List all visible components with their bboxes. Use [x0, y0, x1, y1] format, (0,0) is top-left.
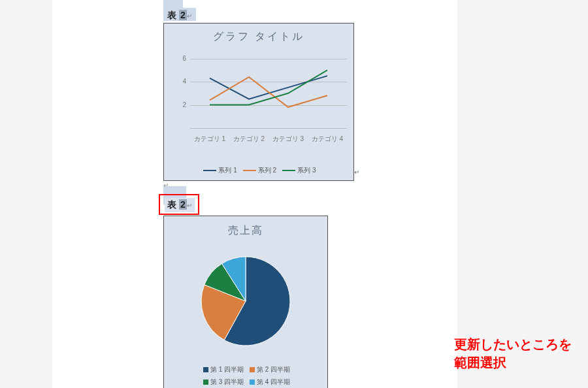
x-tick-label: カテゴリ 3	[269, 135, 308, 144]
pie-legend: 第 1 四半期第 2 四半期第 3 四半期第 4 四半期	[164, 363, 327, 388]
legend-item: 第 2 四半期	[248, 363, 290, 376]
paragraph-mark-icon: ↵	[354, 169, 359, 176]
caption-2[interactable]: 表 2↵	[165, 198, 195, 212]
selection-region	[163, 0, 183, 8]
caption-prefix: 表	[167, 199, 176, 210]
pie-chart[interactable]: 売上高 第 1 四半期第 2 四半期第 3 四半期第 4 四半期	[163, 216, 328, 388]
caption-field-number: 2	[179, 10, 187, 20]
legend-item: 第 3 四半期	[201, 376, 244, 388]
legend-item: 系列 2	[241, 166, 276, 175]
caption-1[interactable]: 表 2↵	[165, 8, 195, 23]
document-page: 表 2↵ グラフ タイトル 246 カテゴリ 1カテゴリ 2カテゴリ 3カテゴリ…	[52, 0, 457, 388]
legend-item: 系列 3	[280, 166, 316, 175]
caption-field-number: 2	[179, 199, 187, 210]
annotation-note: 更新したいところを 範囲選択	[454, 335, 572, 372]
x-tick-label: カテゴリ 2	[229, 135, 269, 144]
note-line-1: 更新したいところを	[454, 337, 572, 351]
x-tick-label: カテゴリ 4	[308, 135, 347, 144]
legend-item: 系列 1	[201, 166, 237, 175]
paragraph-mark-icon: ↵	[163, 182, 169, 189]
note-line-2: 範囲選択	[454, 355, 506, 370]
line-chart[interactable]: グラフ タイトル 246 カテゴリ 1カテゴリ 2カテゴリ 3カテゴリ 4 系列…	[163, 23, 354, 181]
legend-item: 第 1 四半期	[201, 363, 244, 376]
legend-item: 第 4 四半期	[248, 376, 290, 388]
x-tick-label: カテゴリ 1	[190, 135, 229, 144]
paragraph-mark-icon: ↵	[187, 202, 192, 209]
pie-plot-svg	[164, 216, 327, 388]
line-plot-svg	[164, 24, 353, 180]
paragraph-mark-icon: ↵	[187, 12, 192, 20]
caption-prefix: 表	[167, 10, 176, 20]
line-legend: 系列 1系列 2系列 3	[164, 166, 353, 175]
